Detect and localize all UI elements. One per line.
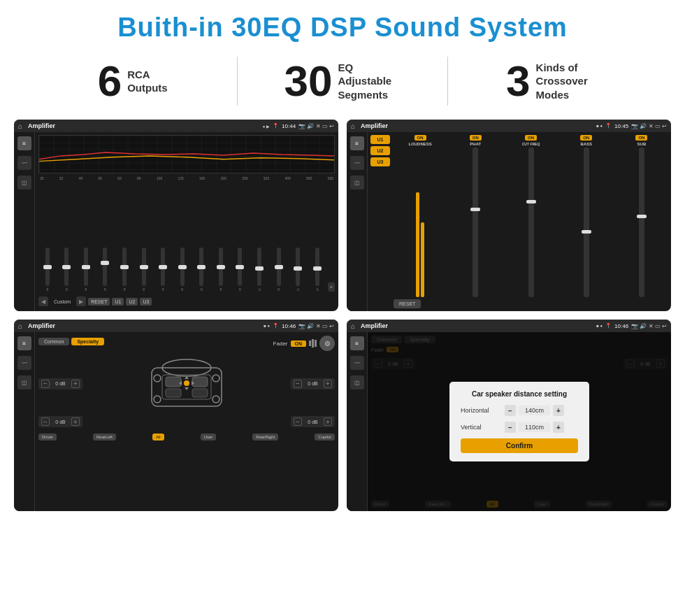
spk-tab-specialty[interactable]: Specialty bbox=[71, 338, 104, 345]
spk-db-bottomright: − 0 dB + bbox=[291, 416, 335, 427]
dialog-minus-vertical[interactable]: − bbox=[505, 422, 516, 433]
amp-preset-u2[interactable]: U2 bbox=[370, 146, 390, 155]
svg-point-13 bbox=[154, 375, 161, 382]
eq-custom-label: Custom bbox=[50, 298, 74, 306]
spk-settings-icon[interactable]: ⚙ bbox=[319, 336, 335, 351]
amp-sub-label: SUB bbox=[637, 142, 647, 146]
spk-plus-1[interactable]: + bbox=[71, 380, 80, 388]
svg-point-14 bbox=[212, 375, 219, 382]
eq-prev-btn[interactable]: ◀ bbox=[38, 296, 48, 306]
eq-slider-1[interactable]: 0 bbox=[38, 248, 57, 292]
spk-tab-common[interactable]: Common bbox=[38, 338, 69, 345]
spk-driver-btn[interactable]: Driver bbox=[38, 434, 57, 440]
amp-loudness-on[interactable]: ON bbox=[414, 135, 426, 141]
spk-user-btn[interactable]: User bbox=[201, 434, 217, 440]
statusbar-title-4: Amplifier bbox=[361, 322, 593, 329]
home-icon-4[interactable]: ⌂ bbox=[351, 322, 355, 330]
amp-bass-label: BASS bbox=[580, 142, 592, 146]
eq-icon-wave[interactable]: 〰 bbox=[17, 156, 31, 170]
spk-minus-1[interactable]: − bbox=[41, 380, 50, 388]
dist-icon-1[interactable]: ≡ bbox=[350, 336, 364, 350]
spk-bottom-labels: Driver RearLeft All User RearRight Copil… bbox=[38, 434, 335, 440]
eq-u1-btn[interactable]: U1 bbox=[112, 298, 124, 306]
amp-sub-on[interactable]: ON bbox=[635, 135, 647, 141]
spk-rearleft-btn[interactable]: RearLeft bbox=[93, 434, 116, 440]
eq-slider-13[interactable]: 0 bbox=[270, 248, 288, 292]
amp-icon-3[interactable]: ◫ bbox=[350, 176, 364, 189]
amp-bass-on[interactable]: ON bbox=[580, 135, 592, 141]
amp-icon-1[interactable]: ≡ bbox=[350, 136, 364, 150]
spk-minus-2[interactable]: − bbox=[294, 380, 302, 388]
eq-reset-btn[interactable]: RESET bbox=[88, 298, 110, 306]
spk-minus-3[interactable]: − bbox=[41, 417, 50, 426]
amp-preset-u1[interactable]: U1 bbox=[370, 135, 390, 144]
eq-u2-btn[interactable]: U2 bbox=[126, 298, 138, 306]
spk-plus-4[interactable]: + bbox=[324, 417, 332, 426]
home-icon-1[interactable]: ⌂ bbox=[18, 122, 22, 130]
spk-icon-2[interactable]: 〰 bbox=[17, 356, 31, 370]
dialog-control-horizontal: − 140cm + bbox=[505, 405, 564, 416]
eq-slider-12[interactable]: -1 bbox=[250, 248, 268, 292]
eq-slider-5[interactable]: 0 bbox=[115, 248, 134, 292]
status-icons-3: 📷 🔊 ✕ ▭ ↩ bbox=[298, 323, 334, 329]
spk-plus-2[interactable]: + bbox=[324, 380, 332, 388]
svg-point-15 bbox=[154, 396, 161, 403]
eq-slider-11[interactable]: 0 bbox=[231, 248, 250, 292]
eq-screen-body: ≡ 〰 ◫ bbox=[14, 132, 338, 311]
statusbar-title-2: Amplifier bbox=[361, 122, 593, 129]
eq-arrows[interactable]: » bbox=[328, 282, 335, 292]
eq-slider-3[interactable]: 0 bbox=[77, 248, 95, 292]
amp-reset-btn[interactable]: RESET bbox=[394, 299, 421, 308]
home-icon-2[interactable]: ⌂ bbox=[351, 122, 355, 130]
eq-icon-active[interactable]: ≡ bbox=[17, 136, 31, 150]
statusbar-4: ⌂ Amplifier ■ ● 📍 10:46 📷 🔊 ✕ ▭ ↩ bbox=[347, 320, 671, 332]
eq-slider-8[interactable]: 0 bbox=[173, 248, 192, 292]
spk-copilot-btn[interactable]: Copilot bbox=[315, 434, 335, 440]
confirm-button[interactable]: Confirm bbox=[461, 438, 578, 453]
spk-icon-3[interactable]: ◫ bbox=[17, 375, 31, 389]
spk-minus-4[interactable]: − bbox=[294, 417, 302, 426]
time-3: 10:46 bbox=[282, 323, 296, 329]
amp-bands: ON LOUDNESS ON PHAT bbox=[394, 135, 668, 297]
dot-icon-4: ■ ● bbox=[596, 324, 603, 328]
svg-rect-7 bbox=[192, 389, 208, 397]
dialog-val-horizontal: 140cm bbox=[519, 406, 550, 415]
dialog-minus-horizontal[interactable]: − bbox=[505, 405, 516, 416]
eq-icon-vol[interactable]: ◫ bbox=[17, 176, 31, 189]
eq-slider-4[interactable]: 5 bbox=[96, 248, 115, 292]
spk-icon-1[interactable]: ≡ bbox=[17, 336, 31, 350]
spk-all-btn[interactable]: All bbox=[152, 434, 164, 440]
eq-controls: ◀ Custom ▶ RESET U1 U2 U3 bbox=[38, 294, 335, 308]
dialog-plus-vertical[interactable]: + bbox=[553, 422, 564, 433]
amp-phat-on[interactable]: ON bbox=[470, 135, 482, 141]
eq-slider-15[interactable]: -1 bbox=[308, 248, 326, 292]
pin-icon-2: 📍 bbox=[605, 123, 612, 129]
amp-cutfreq-on[interactable]: ON bbox=[525, 135, 537, 141]
screen-speaker-card: ⌂ Amplifier ■ ● 📍 10:46 📷 🔊 ✕ ▭ ↩ ≡ 〰 ◫ … bbox=[14, 320, 338, 511]
fader-on-btn[interactable]: ON bbox=[291, 341, 307, 347]
eq-slider-10[interactable]: 0 bbox=[212, 248, 230, 292]
amp-preset-u3[interactable]: U3 bbox=[370, 157, 390, 166]
eq-slider-7[interactable]: 0 bbox=[154, 248, 172, 292]
amp-icon-2[interactable]: 〰 bbox=[350, 156, 364, 170]
eq-slider-9[interactable]: 0 bbox=[193, 248, 211, 292]
eq-slider-2[interactable]: 0 bbox=[58, 248, 76, 292]
dist-icon-3[interactable]: ◫ bbox=[350, 375, 364, 389]
eq-next-btn[interactable]: ▶ bbox=[76, 296, 86, 306]
spk-plus-3[interactable]: + bbox=[71, 417, 80, 426]
dialog-plus-horizontal[interactable]: + bbox=[553, 405, 564, 416]
statusbar-1: ⌂ Amplifier ● ▶ 📍 10:44 📷 🔊 ✕ ▭ ↩ bbox=[14, 120, 338, 132]
home-icon-3[interactable]: ⌂ bbox=[18, 322, 22, 330]
eq-slider-6[interactable]: 0 bbox=[135, 248, 153, 292]
dist-icon-2[interactable]: 〰 bbox=[350, 356, 364, 370]
eq-slider-14[interactable]: -1 bbox=[289, 248, 307, 292]
statusbar-title-1: Amplifier bbox=[28, 122, 260, 129]
amp-presets: U1 U2 U3 bbox=[370, 135, 391, 308]
svg-marker-10 bbox=[185, 387, 189, 390]
stat-number-eq: 30 bbox=[284, 59, 333, 103]
spk-val-4: 0 dB bbox=[304, 420, 322, 424]
eq-u3-btn[interactable]: U3 bbox=[140, 298, 152, 306]
screen-dist-card: ⌂ Amplifier ■ ● 📍 10:46 📷 🔊 ✕ ▭ ↩ ≡ 〰 ◫ … bbox=[347, 320, 671, 511]
time-2: 10:45 bbox=[614, 123, 628, 129]
spk-rearright-btn[interactable]: RearRight bbox=[252, 434, 278, 440]
